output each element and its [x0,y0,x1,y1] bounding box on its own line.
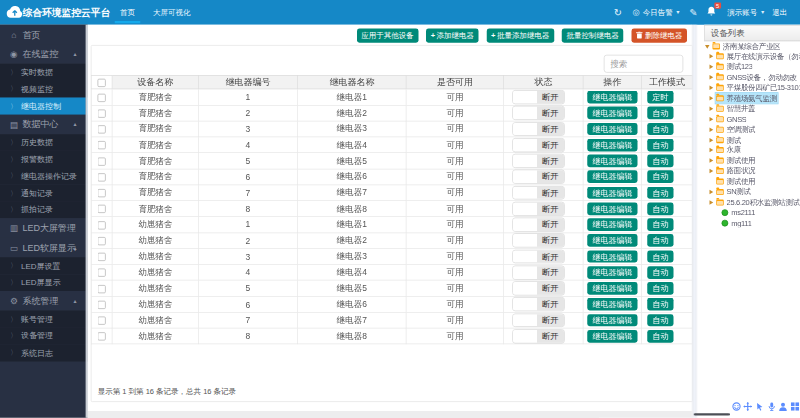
status-toggle[interactable]: 断开 [512,186,565,200]
row-checkbox[interactable] [98,205,106,213]
tree-node[interactable]: 智慧井盖 [704,103,800,113]
tree-node-body[interactable]: 永康 [715,145,741,156]
sidebar-item[interactable]: 〉实时数据 [0,64,88,81]
tree-node[interactable]: 空调测试 [704,124,800,134]
cursor-icon[interactable] [755,402,764,411]
tree-node[interactable]: GNSS设备，勿动勿改 [704,72,800,82]
collapse-arrow-icon[interactable] [709,190,713,195]
work-mode-button[interactable]: 自动 [647,234,673,247]
tree-node-body[interactable]: 测试使用 [715,156,756,167]
tree-node-body[interactable]: GNSS设备，勿动勿改 [715,72,797,83]
work-mode-button[interactable]: 自动 [647,202,673,215]
logout-button[interactable]: 退出 [772,7,787,18]
relay-edit-button[interactable]: 继电器编辑 [587,171,637,184]
toolbar-button-2[interactable]: +批量添加继电器 [487,28,554,42]
row-checkbox[interactable] [98,157,106,165]
tree-node-body[interactable]: 测试使用 [715,176,756,187]
status-toggle[interactable]: 断开 [512,138,565,152]
work-mode-button[interactable]: 自动 [647,107,673,120]
tree-node-body[interactable]: 空调测试 [715,124,756,135]
work-mode-button[interactable]: 自动 [647,139,673,152]
sidebar-item[interactable]: 〉抓拍记录 [0,202,88,219]
row-checkbox[interactable] [98,125,106,133]
status-toggle[interactable]: 断开 [512,122,565,136]
notifications-button[interactable]: 5 [706,6,716,19]
row-checkbox[interactable] [98,301,106,309]
relay-edit-button[interactable]: 继电器编辑 [587,123,637,136]
work-mode-button[interactable]: 自动 [647,298,673,311]
tree-node[interactable]: 测试使用 [704,176,800,186]
tree-node-body[interactable]: 养殖场氨气监测 [715,93,777,104]
tree-node-body[interactable]: 平煤股份四矿已15-31010 [715,83,800,94]
collapse-arrow-icon[interactable] [709,158,713,163]
row-checkbox[interactable] [98,173,106,181]
tree-node-body[interactable]: 展厅在线演示设备（勿动） [715,51,800,62]
sidebar-item[interactable]: 〉账号管理 [0,311,88,328]
tree-node[interactable]: 养殖场氨气监测 [704,93,800,103]
search-input[interactable] [603,55,683,73]
tree-node[interactable]: GNSS [704,114,800,124]
tree-node-body[interactable]: 智慧井盖 [715,103,756,114]
status-toggle[interactable]: 断开 [512,90,565,104]
tree-node[interactable]: 平煤股份四矿已15-31010 [704,83,800,93]
collapse-arrow-icon[interactable] [709,127,713,132]
collapse-arrow-icon[interactable] [709,117,713,122]
collapse-arrow-icon[interactable] [709,169,713,174]
headset-icon[interactable] [732,402,741,411]
sidebar-item[interactable]: 〉继电器操作记录 [0,168,88,185]
work-mode-button[interactable]: 自动 [647,186,673,199]
edit-icon[interactable]: ✎ [689,7,697,18]
user-icon[interactable] [779,402,788,411]
status-toggle[interactable]: 断开 [512,297,565,311]
collapse-arrow-icon[interactable] [709,200,713,205]
select-all-header[interactable] [91,75,112,89]
relay-edit-button[interactable]: 继电器编辑 [587,330,637,343]
sidebar-item[interactable]: 〉报警数据 [0,151,88,168]
status-toggle[interactable]: 断开 [512,170,565,184]
horizontal-scrollbar-thumb[interactable] [694,413,730,416]
expand-arrow-icon[interactable] [705,45,710,49]
sidebar-item[interactable]: 〉设备管理 [0,328,88,345]
tree-node[interactable]: 测试使用 [704,156,800,166]
collapse-arrow-icon[interactable] [709,65,713,70]
collapse-arrow-icon[interactable] [709,138,713,143]
tree-node[interactable]: 测试 [704,135,800,145]
refresh-icon[interactable]: ↻ [614,7,622,18]
work-mode-button[interactable]: 自动 [647,250,673,263]
tree-node[interactable]: 永康 [704,145,800,155]
nav-tab-bigscreen[interactable]: 大屏可视化 [144,0,200,25]
sidebar-item[interactable]: 〉继电器控制 [0,98,88,115]
tree-node-body[interactable]: 济南某综合产业区 [712,41,782,52]
status-toggle[interactable]: 断开 [512,329,565,343]
work-mode-button[interactable]: 自动 [647,282,673,295]
main-vertical-scrollbar[interactable] [692,25,697,418]
work-mode-button[interactable]: 自动 [647,330,673,343]
relay-edit-button[interactable]: 继电器编辑 [587,107,637,120]
relay-edit-button[interactable]: 继电器编辑 [587,234,637,247]
relay-edit-button[interactable]: 继电器编辑 [587,266,637,279]
mic-icon[interactable] [767,402,776,411]
tree-node[interactable]: 测试123 [704,62,800,72]
sidebar-item[interactable]: 〉通知记录 [0,185,88,202]
collapse-arrow-icon[interactable] [709,86,713,91]
sidebar-item[interactable]: ▤数据中心▲ [0,115,88,135]
collapse-arrow-icon[interactable] [709,106,713,111]
row-checkbox[interactable] [98,253,106,261]
row-checkbox[interactable] [98,237,106,245]
sidebar-item[interactable]: 〉LED屏显示 [0,274,88,291]
tree-node-body[interactable]: 测试123 [715,62,753,73]
tree-node-body[interactable]: ms2111 [721,209,756,217]
status-toggle[interactable]: 断开 [512,234,565,248]
move-icon[interactable] [744,402,753,411]
relay-edit-button[interactable]: 继电器编辑 [587,298,637,311]
status-toggle[interactable]: 断开 [512,218,565,232]
relay-edit-button[interactable]: 继电器编辑 [587,186,637,199]
alarm-dropdown[interactable]: ◎ 今日告警 ▼ [633,7,682,18]
row-checkbox[interactable] [98,109,106,117]
toolbar-button-1[interactable]: +添加继电器 [426,28,478,42]
tree-node-body[interactable]: mg111 [721,219,753,227]
row-checkbox[interactable] [98,221,106,229]
sidebar-item[interactable]: ▥LED大屏管理 [0,218,88,238]
sidebar-item[interactable]: 〉系统日志 [0,344,88,361]
toolbar-button-4[interactable]: 删除继电器 [632,28,688,42]
